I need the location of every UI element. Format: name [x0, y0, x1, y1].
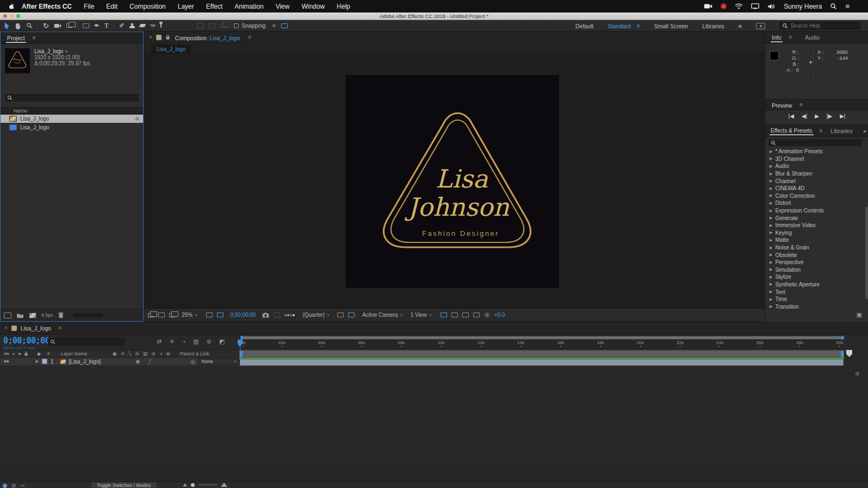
- search-help-box[interactable]: [779, 22, 861, 30]
- timeline-horizontal-scrollbar[interactable]: [240, 336, 844, 340]
- workspace-menu-icon[interactable]: ≡: [637, 23, 640, 29]
- chevron-down-icon[interactable]: ▾: [65, 48, 67, 54]
- previous-frame-button[interactable]: ◀|: [802, 113, 807, 119]
- timeline-search-box[interactable]: [48, 337, 125, 346]
- layer-quality-icon[interactable]: ◉: [135, 359, 140, 364]
- minimize-window-button[interactable]: [10, 14, 14, 18]
- disclosure-triangle-icon[interactable]: ▶: [770, 216, 772, 220]
- exposure-gear-icon[interactable]: [484, 312, 490, 318]
- menu-item[interactable]: After Effects CC: [22, 3, 72, 10]
- effects-category-row[interactable]: ▶ Blur & Sharpen: [765, 170, 868, 178]
- new-composition-icon[interactable]: [29, 312, 36, 318]
- panel-menu-icon[interactable]: ≡: [789, 34, 792, 40]
- effects-category-row[interactable]: ▶ Perspective: [765, 259, 868, 266]
- time-ruler[interactable]: 0s 02s 04s 06s 0: [239, 340, 844, 350]
- solo-column-icon[interactable]: ●: [18, 351, 21, 356]
- new-folder-icon[interactable]: [16, 312, 24, 318]
- window-title-bar[interactable]: Adobe After Effects CC 2018 - Untitled P…: [0, 12, 868, 20]
- first-frame-button[interactable]: |◀: [789, 113, 794, 119]
- flowchart-button-icon[interactable]: [473, 312, 480, 317]
- effects-category-row[interactable]: ▶ Generate: [765, 214, 868, 222]
- project-name-column-header[interactable]: Name: [1, 107, 143, 114]
- brush-tool-icon[interactable]: ✐: [119, 22, 125, 29]
- trash-icon[interactable]: [58, 312, 64, 318]
- disclosure-triangle-icon[interactable]: ▶: [770, 297, 772, 302]
- menu-item[interactable]: Layer: [178, 3, 194, 10]
- shape-tool-icon[interactable]: [83, 23, 89, 28]
- project-bit-depth[interactable]: 8 bpc: [41, 312, 53, 318]
- panel-menu-icon[interactable]: ≡: [248, 34, 251, 40]
- camera-tool-icon[interactable]: [54, 23, 61, 28]
- work-area-end-handle[interactable]: [841, 351, 844, 357]
- frame-blend-switch-icon[interactable]: ▥: [143, 351, 148, 356]
- motion-blur-icon[interactable]: ⊘: [207, 338, 212, 345]
- playhead[interactable]: [238, 340, 243, 347]
- notification-center-icon[interactable]: ≡: [845, 2, 850, 10]
- pan-behind-tool-icon[interactable]: [66, 23, 72, 28]
- project-tab[interactable]: Project: [6, 33, 26, 43]
- puppet-pin-tool-icon[interactable]: [160, 23, 162, 28]
- resolution-dropdown[interactable]: (Quarter)∨: [302, 312, 330, 318]
- effects-category-row[interactable]: ▶ Color Correction: [765, 192, 868, 200]
- disclosure-triangle-icon[interactable]: ▶: [770, 275, 772, 279]
- project-search-input[interactable]: [15, 94, 123, 102]
- layer-draft-icon[interactable]: ╱: [148, 359, 151, 364]
- magnification-dropdown[interactable]: 25%∨: [182, 312, 197, 318]
- menu-item[interactable]: Window: [301, 3, 325, 10]
- menu-item[interactable]: Composition: [129, 3, 166, 10]
- composition-timecode[interactable]: 0;00;00;00: [230, 312, 256, 318]
- lock-icon[interactable]: [165, 34, 170, 40]
- record-status-icon[interactable]: [721, 3, 727, 9]
- disclosure-triangle-icon[interactable]: ▶: [770, 186, 772, 191]
- effects-search-box[interactable]: [768, 139, 862, 146]
- brackets-icon[interactable]: <>: [20, 483, 24, 488]
- preview-tab[interactable]: Preview: [771, 101, 793, 109]
- audio-tab[interactable]: Audio: [805, 34, 820, 41]
- close-window-button[interactable]: [3, 14, 7, 18]
- disclosure-triangle-icon[interactable]: ▶: [770, 304, 772, 309]
- disclosure-triangle-icon[interactable]: ▶: [770, 238, 772, 242]
- disclosure-triangle-icon[interactable]: ▶: [770, 267, 772, 272]
- play-button[interactable]: ▶: [815, 113, 819, 119]
- menu-item[interactable]: Animation: [234, 3, 263, 10]
- panel-menu-icon[interactable]: ≡: [33, 35, 36, 41]
- timeline-zoom-knob[interactable]: [191, 483, 195, 487]
- project-search-box[interactable]: [5, 94, 139, 102]
- hide-shy-layers-icon[interactable]: ◔: [182, 339, 185, 345]
- project-row-footage[interactable]: Lisa_J_logo: [1, 123, 143, 132]
- disclosure-triangle-icon[interactable]: ▶: [770, 193, 772, 198]
- timeline-zoom-track[interactable]: [199, 484, 217, 485]
- spotlight-search-icon[interactable]: [830, 3, 837, 10]
- clone-stamp-tool-icon[interactable]: [129, 26, 135, 28]
- layer-expander-icon[interactable]: ▶: [36, 359, 39, 364]
- effects-category-row[interactable]: ▶ * Animation Presets: [765, 148, 868, 155]
- region-of-interest-icon[interactable]: [337, 312, 344, 317]
- comp-marker-bin-icon[interactable]: [846, 350, 852, 357]
- effects-category-row[interactable]: ▶ Obsolete: [765, 251, 868, 259]
- camera-dropdown[interactable]: Active Camera∨: [362, 312, 403, 318]
- next-frame-button[interactable]: |▶: [827, 113, 832, 119]
- volume-icon[interactable]: [767, 3, 776, 10]
- close-panel-icon[interactable]: ×: [4, 325, 8, 331]
- snap-grid-icon[interactable]: [281, 23, 288, 28]
- shy-switch-icon[interactable]: ◉: [113, 351, 117, 356]
- fx-switch-icon[interactable]: fx: [135, 351, 139, 356]
- wifi-icon[interactable]: [735, 3, 743, 9]
- disclosure-triangle-icon[interactable]: ▶: [770, 223, 772, 228]
- timeline-search-input[interactable]: [58, 338, 112, 346]
- disclosure-triangle-icon[interactable]: ▶: [770, 209, 772, 213]
- roto-brush-tool-icon[interactable]: ✑: [150, 22, 156, 29]
- effects-category-row[interactable]: ▶ Transition: [765, 303, 868, 310]
- scrollbar-left-cap[interactable]: [240, 336, 243, 340]
- close-panel-icon[interactable]: ×: [149, 34, 152, 40]
- airplay-icon[interactable]: [751, 3, 759, 9]
- menubar-username[interactable]: Sunny Heera: [784, 3, 822, 10]
- toggle-switches-modes-button[interactable]: Toggle Switches / Modes: [91, 482, 157, 488]
- disclosure-triangle-icon[interactable]: ▶: [770, 282, 772, 286]
- disclosure-triangle-icon[interactable]: ▶: [770, 230, 772, 235]
- disclosure-triangle-icon[interactable]: ▶: [770, 246, 772, 250]
- last-frame-button[interactable]: ▶|: [840, 113, 845, 119]
- scrollbar-right-cap[interactable]: [841, 336, 844, 340]
- vertical-scrollbar[interactable]: [865, 207, 868, 299]
- parent-pickwhip-icon[interactable]: ◎: [191, 359, 196, 365]
